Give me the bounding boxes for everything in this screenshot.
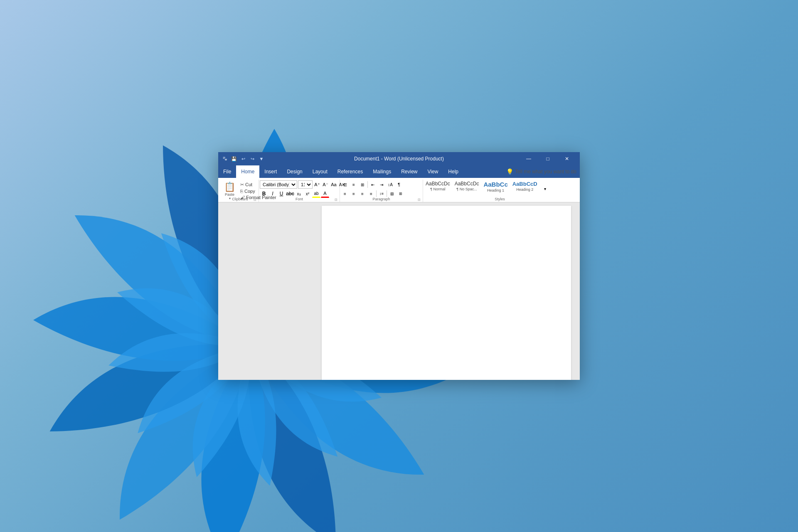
- paragraph-group: ☰ ≡ ⊞ ⇤ ⇥ ↕A ¶ ≡ ≡ ≡ ≡: [340, 180, 423, 202]
- clipboard-label: Clipboard: [222, 197, 259, 202]
- italic-button[interactable]: I: [268, 190, 277, 198]
- sort-button[interactable]: ↕A: [386, 180, 394, 189]
- document-area: [218, 202, 580, 380]
- font-row2: B I U abc x₂ x² ab A: [260, 190, 346, 198]
- styles-label: Styles: [423, 197, 576, 202]
- style-h2-button[interactable]: AaBbCcD Heading 2: [511, 180, 539, 198]
- paragraph-content: ☰ ≡ ⊞ ⇤ ⇥ ↕A ¶ ≡ ≡ ≡ ≡: [341, 180, 405, 198]
- shading-button[interactable]: ▧: [388, 190, 396, 198]
- menu-review[interactable]: Review: [396, 165, 422, 178]
- styles-more-button[interactable]: ▾: [541, 185, 549, 193]
- bold-button[interactable]: B: [260, 190, 268, 198]
- font-grow-button[interactable]: A⁺: [313, 181, 321, 188]
- menu-mailings[interactable]: Mailings: [368, 165, 396, 178]
- font-group: Calibri (Body) 11 A⁺ A⁻ Aa A✕ B I U: [259, 180, 340, 202]
- close-button[interactable]: ✕: [557, 152, 576, 165]
- window-title: Document1 - Word (Unlicensed Product): [354, 156, 444, 162]
- show-formatting-button[interactable]: ¶: [395, 180, 403, 189]
- style-normal-preview: AaBbCcDc: [426, 181, 450, 187]
- separator3: [387, 190, 387, 197]
- cut-icon: ✂: [240, 182, 244, 187]
- bullets-button[interactable]: ☰: [341, 180, 349, 189]
- undo-button[interactable]: ↩: [240, 155, 246, 162]
- svg-rect-2: [223, 158, 225, 158]
- subscript-button[interactable]: x₂: [295, 190, 303, 198]
- menu-design[interactable]: Design: [282, 165, 307, 178]
- font-color-button[interactable]: A: [321, 190, 329, 198]
- paste-icon: 📋: [224, 182, 235, 192]
- doc-page-area[interactable]: [313, 202, 580, 380]
- tell-me-text: Tell me what you want to do: [515, 169, 576, 175]
- style-nospace-label: ¶ No Spac...: [456, 187, 477, 191]
- font-label: Font: [259, 197, 340, 202]
- style-normal-label: ¶ Normal: [430, 187, 445, 191]
- style-h1-label: Heading 1: [487, 188, 504, 192]
- menu-layout[interactable]: Layout: [308, 165, 332, 178]
- multilevel-list-button[interactable]: ⊞: [358, 180, 367, 189]
- customize-qat-button[interactable]: ▼: [258, 155, 265, 162]
- copy-icon: ⎘: [240, 189, 243, 194]
- font-content: Calibri (Body) 11 A⁺ A⁻ Aa A✕ B I U: [260, 180, 346, 198]
- document-page[interactable]: [322, 206, 571, 380]
- svg-text:W: W: [225, 158, 227, 161]
- redo-button[interactable]: ↪: [249, 155, 256, 162]
- increase-indent-button[interactable]: ⇥: [377, 180, 386, 189]
- menu-file[interactable]: File: [218, 165, 236, 178]
- menu-references[interactable]: References: [332, 165, 368, 178]
- style-h2-label: Heading 2: [516, 187, 533, 192]
- maximize-button[interactable]: □: [538, 152, 557, 165]
- style-nospace-button[interactable]: AaBbCcDc ¶ No Spac...: [453, 180, 481, 198]
- title-bar-left: W 💾 ↩ ↪ ▼: [222, 155, 265, 162]
- sidebar-ruler: [218, 202, 313, 380]
- line-spacing-button[interactable]: ↕≡: [377, 190, 386, 198]
- menu-view[interactable]: View: [423, 165, 443, 178]
- menu-insert[interactable]: Insert: [259, 165, 282, 178]
- styles-group: AaBbCcDc ¶ Normal AaBbCcDc ¶ No Spac... …: [423, 180, 576, 202]
- style-nospace-preview: AaBbCcDc: [455, 181, 479, 187]
- svg-rect-3: [223, 158, 225, 159]
- styles-row: AaBbCcDc ¶ Normal AaBbCcDc ¶ No Spac... …: [424, 180, 549, 198]
- save-button[interactable]: 💾: [231, 155, 237, 162]
- superscript-button[interactable]: x²: [303, 190, 312, 198]
- menu-help[interactable]: Help: [443, 165, 463, 178]
- ribbon-row: 📋 Paste ▾ ✂ Cut ⎘ Copy: [222, 180, 576, 202]
- menu-home[interactable]: Home: [236, 165, 259, 178]
- font-shrink-button[interactable]: A⁻: [322, 181, 329, 188]
- justify-button[interactable]: ≡: [367, 190, 375, 198]
- style-normal-button[interactable]: AaBbCcDc ¶ Normal: [424, 180, 452, 198]
- window-controls: — □ ✕: [519, 152, 576, 165]
- numbering-button[interactable]: ≡: [350, 180, 358, 189]
- lightbulb-icon: 💡: [506, 168, 513, 175]
- clipboard-expand-icon[interactable]: ⊡: [254, 198, 258, 202]
- word-app-icon: W: [222, 155, 228, 162]
- separator1: [367, 181, 368, 188]
- tell-me-bar[interactable]: 💡 Tell me what you want to do: [503, 165, 580, 178]
- font-case-button[interactable]: Aa: [330, 181, 337, 188]
- font-row1: Calibri (Body) 11 A⁺ A⁻ Aa A✕: [260, 180, 346, 189]
- align-left-button[interactable]: ≡: [341, 190, 349, 198]
- para-row1: ☰ ≡ ⊞ ⇤ ⇥ ↕A ¶: [341, 180, 405, 189]
- style-h1-button[interactable]: AaBbCc Heading 1: [482, 180, 509, 198]
- align-center-button[interactable]: ≡: [350, 190, 358, 198]
- word-window: W 💾 ↩ ↪ ▼ Document1 - Word (Unlicensed P…: [218, 152, 580, 380]
- decrease-indent-button[interactable]: ⇤: [369, 180, 377, 189]
- copy-label: Copy: [244, 189, 255, 194]
- font-name-select[interactable]: Calibri (Body): [260, 180, 297, 189]
- underline-button[interactable]: U: [277, 190, 286, 198]
- menu-bar: File Home Insert Design Layout Reference…: [218, 165, 580, 178]
- minimize-button[interactable]: —: [519, 152, 538, 165]
- font-expand-icon[interactable]: ⊡: [335, 198, 339, 202]
- style-h2-preview: AaBbCcD: [512, 181, 537, 187]
- title-bar: W 💾 ↩ ↪ ▼ Document1 - Word (Unlicensed P…: [218, 152, 580, 165]
- text-highlight-button[interactable]: ab: [312, 190, 320, 198]
- paste-label: Paste: [225, 192, 234, 197]
- borders-button[interactable]: ⊞: [397, 190, 405, 198]
- strikethrough-button[interactable]: abc: [286, 190, 294, 198]
- style-h1-preview: AaBbCc: [483, 181, 507, 188]
- ribbon: 📋 Paste ▾ ✂ Cut ⎘ Copy: [218, 178, 580, 202]
- paragraph-label: Paragraph: [340, 197, 423, 202]
- cut-label: Cut: [245, 182, 252, 187]
- paragraph-expand-icon[interactable]: ⊡: [418, 198, 422, 202]
- font-size-select[interactable]: 11: [298, 180, 313, 189]
- align-right-button[interactable]: ≡: [358, 190, 367, 198]
